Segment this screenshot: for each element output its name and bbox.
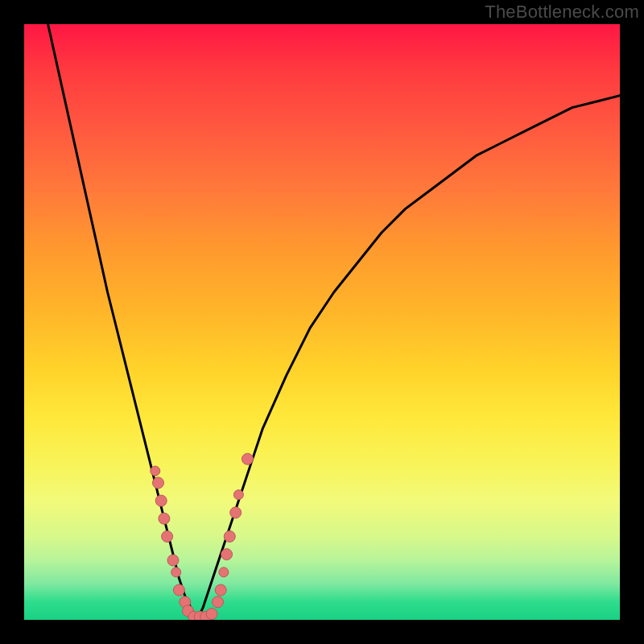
data-dot: [171, 568, 181, 577]
data-dot: [215, 584, 226, 596]
data-dot: [242, 453, 254, 464]
data-dot: [153, 477, 164, 489]
data-dot: [230, 507, 242, 518]
data-dot: [206, 609, 217, 620]
data-dot: [155, 495, 167, 506]
data-dot: [173, 584, 184, 596]
plot-area: [24, 24, 620, 620]
dots-layer: [151, 453, 254, 620]
watermark-text: TheBottleneck.com: [485, 2, 639, 23]
data-dot: [233, 490, 243, 500]
chart-svg: [24, 24, 620, 620]
bottleneck-curve: [48, 24, 620, 620]
chart-frame: TheBottleneck.com: [0, 0, 644, 644]
data-dot: [224, 530, 235, 542]
data-dot: [219, 568, 229, 577]
data-dot: [162, 530, 173, 542]
data-dot: [221, 549, 233, 560]
data-dot: [213, 597, 224, 608]
data-dot: [167, 555, 179, 566]
data-dot: [151, 466, 160, 476]
data-dot: [159, 513, 170, 524]
curve-layer: [48, 24, 620, 620]
